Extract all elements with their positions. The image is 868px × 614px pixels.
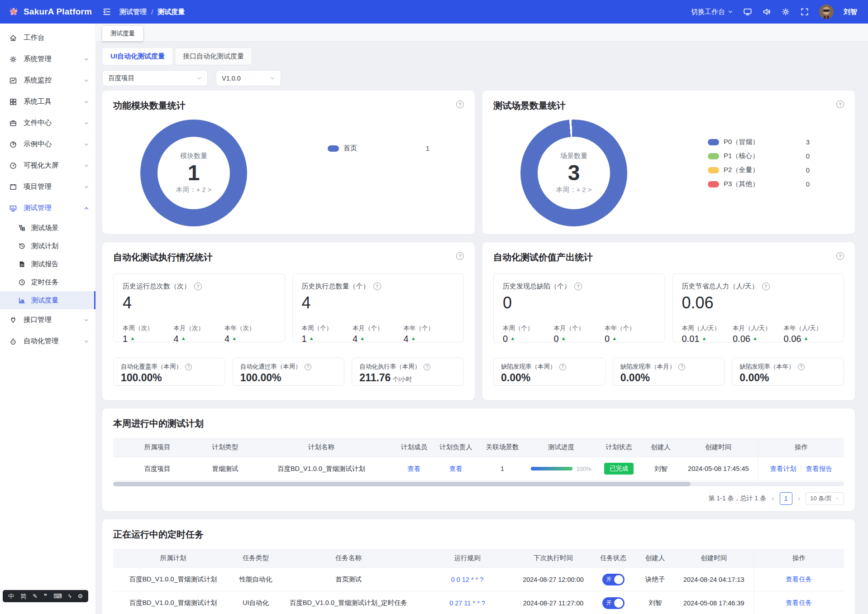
view-plan-link[interactable]: 查看计划	[770, 465, 796, 472]
sidebar-item-workbench[interactable]: 工作台	[0, 27, 95, 48]
sidebar-item-visual-dashboard[interactable]: 可视化大屏	[0, 155, 95, 176]
help-icon[interactable]	[836, 252, 844, 260]
weekly-change-link[interactable]: 本周：+ 2 >	[556, 186, 591, 194]
next-page-icon[interactable]: ›	[797, 494, 801, 503]
help-icon[interactable]	[678, 364, 685, 370]
ime-settings-icon[interactable]: ⚙	[78, 593, 83, 599]
content-area: UI自动化测试度量 接口自动化测试度量 百度项目 V1.0.0	[96, 42, 868, 614]
sidebar-item-test-scene[interactable]: 测试场景	[0, 219, 95, 237]
help-icon[interactable]	[305, 364, 311, 370]
legend-item[interactable]: 首页 1	[328, 141, 429, 155]
view-owner-link[interactable]: 查看	[449, 465, 463, 472]
page-tab-test-metrics[interactable]: 测试度量	[102, 26, 143, 41]
sidebar-item-system-management[interactable]: 系统管理	[0, 48, 95, 70]
view-task-link[interactable]: 查看任务	[786, 576, 812, 583]
sidebar-item-label: 测试计划	[31, 242, 58, 250]
help-icon[interactable]	[456, 252, 464, 260]
ime-pen-icon[interactable]: ✎	[33, 593, 38, 599]
prev-page-icon[interactable]: ‹	[771, 494, 775, 503]
col-header: 计划名称	[249, 438, 394, 457]
legend-item[interactable]: P0（冒烟） 3	[708, 135, 810, 149]
horizontal-scrollbar[interactable]	[113, 482, 844, 486]
legend-item[interactable]: P2（全量） 0	[708, 163, 810, 177]
help-icon[interactable]	[836, 101, 844, 108]
tab-api-automation-metrics[interactable]: 接口自动化测试度量	[175, 48, 252, 65]
ime-bolt-icon[interactable]: ϟ	[68, 593, 72, 599]
history-icon	[18, 242, 26, 250]
ime-lang-icon[interactable]: 中	[8, 593, 14, 599]
sidebar-item-label: 系统管理	[24, 54, 77, 64]
avatar[interactable]	[819, 5, 834, 19]
legend-value: 0	[806, 166, 810, 174]
ime-keyboard-icon[interactable]: ⌨	[53, 593, 62, 599]
card-title: 自动化测试执行情况统计	[113, 251, 464, 264]
sound-icon[interactable]	[762, 7, 771, 16]
sidebar-item-system-tools[interactable]: 系统工具	[0, 91, 95, 112]
sidebar-item-example-center[interactable]: 示例中心	[0, 134, 95, 155]
settings-gear-icon[interactable]	[781, 7, 790, 16]
app-root: SakurA Platform 测试管理 / 测试度量 切换工作台 刘智	[0, 0, 868, 614]
sidebar-item-scheduled-task[interactable]: 定时任务	[0, 273, 95, 291]
cell-task-name: 百度BD_V1.0.0_冒烟测试计划_定时任务	[278, 591, 419, 614]
chevron-down-icon	[270, 76, 275, 81]
filter-bar: 百度项目 V1.0.0	[102, 70, 855, 86]
help-icon[interactable]	[194, 283, 202, 290]
ime-simplified-icon[interactable]: 简	[20, 593, 26, 599]
sidebar-item-test-management[interactable]: 测试管理	[0, 197, 95, 219]
sub-stat-value: 0.06	[784, 334, 801, 344]
help-icon[interactable]	[574, 283, 582, 290]
sidebar-item-interface-management[interactable]: 接口管理	[0, 309, 95, 331]
divider	[801, 466, 801, 472]
view-task-link[interactable]: 查看任务	[786, 599, 812, 606]
help-icon[interactable]	[762, 283, 770, 290]
project-select[interactable]: 百度项目	[102, 70, 208, 86]
stat-value: 0.06	[682, 293, 835, 312]
sidebar-item-test-report[interactable]: 测试报告	[0, 255, 95, 273]
sidebar-item-test-metrics[interactable]: 测试度量	[0, 291, 95, 309]
up-arrow-icon: ▲	[181, 336, 186, 341]
sidebar-item-file-center[interactable]: 文件中心	[0, 112, 95, 134]
sidebar-item-automation-management[interactable]: 自动化管理	[0, 331, 95, 352]
screen-cast-icon[interactable]	[743, 7, 752, 16]
stat-label: 历史发现总缺陷（个）	[503, 282, 571, 291]
help-icon[interactable]	[185, 364, 192, 370]
sidebar-item-test-plan[interactable]: 测试计划	[0, 237, 95, 255]
col-header: 下次执行时间	[516, 549, 591, 568]
help-icon[interactable]	[798, 364, 805, 370]
weekly-change-link[interactable]: 本周：+ 2 >	[176, 186, 211, 194]
scrollbar-thumb[interactable]	[113, 482, 691, 486]
workspace-switch[interactable]: 切换工作台	[691, 8, 733, 16]
sidebar-item-system-monitor[interactable]: 系统监控	[0, 70, 95, 91]
page-size-select[interactable]: 10 条/页	[806, 492, 844, 505]
breadcrumb-parent[interactable]: 测试管理	[119, 8, 147, 16]
view-report-link[interactable]: 查看报告	[806, 465, 832, 472]
sidebar-item-project-management[interactable]: 项目管理	[0, 176, 95, 197]
help-icon[interactable]	[424, 364, 430, 370]
task-status-toggle[interactable]: 开	[602, 574, 625, 585]
tab-ui-automation-metrics[interactable]: UI自动化测试度量	[102, 48, 173, 65]
cron-rule-link[interactable]: 0 27 11 * * ?	[449, 600, 485, 607]
card-title: 自动化测试价值产出统计	[493, 251, 844, 264]
legend-item[interactable]: P1（核心） 0	[708, 149, 810, 163]
legend-item[interactable]: P3（其他） 0	[708, 177, 810, 191]
sidebar-item-label: 项目管理	[24, 182, 77, 192]
help-icon[interactable]	[456, 101, 464, 108]
fullscreen-icon[interactable]	[800, 7, 809, 16]
ime-quote-icon[interactable]: ❞	[44, 593, 47, 599]
legend-label: P1（核心）	[724, 152, 806, 160]
view-members-link[interactable]: 查看	[408, 465, 421, 472]
help-icon[interactable]	[373, 283, 381, 290]
help-icon[interactable]	[559, 364, 566, 370]
rate-value: 211.76	[359, 372, 391, 384]
page-number[interactable]: 1	[780, 492, 792, 505]
sidebar-item-label: 自动化管理	[24, 336, 77, 346]
sidebar-item-label: 文件中心	[24, 118, 77, 128]
stat-saved-manpower: 历史节省总人力（人/天） 0.06 本周（人/天）0.01▲ 本月（人/天）0.…	[672, 273, 844, 342]
sub-stat-value: 4	[353, 334, 358, 344]
task-status-toggle[interactable]: 开	[602, 597, 625, 609]
version-select[interactable]: V1.0.0	[216, 70, 281, 86]
col-header: 操作	[754, 549, 844, 568]
sub-stat-label: 本月（个）	[554, 324, 605, 332]
cron-rule-link[interactable]: 0 0 12 * * ?	[451, 576, 484, 583]
sidebar-collapse-icon[interactable]	[102, 7, 111, 16]
